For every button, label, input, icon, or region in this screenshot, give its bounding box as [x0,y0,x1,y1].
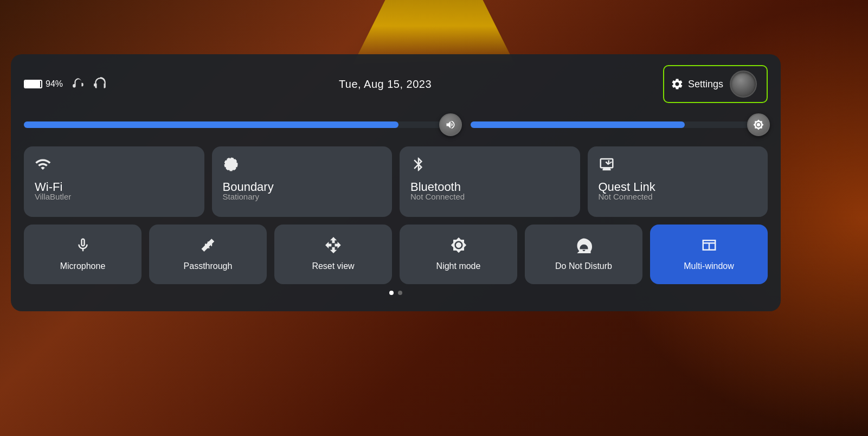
multi-window-icon [701,237,717,255]
volume-fill [24,121,398,128]
settings-gear-icon [671,78,684,91]
do-not-disturb-title: Do Not Disturb [555,261,612,271]
quest-link-icon [599,156,757,175]
battery-icon [24,80,42,88]
microphone-title: Microphone [60,261,106,271]
tile-multi-window[interactable]: Multi-window [650,225,768,284]
bluetooth-icon [410,156,569,175]
microphone-icon [75,237,91,255]
quest-link-subtitle: Not Connected [599,192,757,201]
night-mode-icon [451,237,467,255]
headset-icon-1 [72,77,86,91]
settings-button[interactable]: Settings [663,65,768,103]
night-mode-title: Night mode [436,261,481,271]
status-right: Settings [663,65,768,103]
brightness-fill [471,121,685,128]
top-tiles-grid: Wi-Fi VillaButler Boundary Stationary [24,146,768,217]
headset-icons [72,77,107,91]
tile-bluetooth[interactable]: Bluetooth Not Connected [400,146,580,217]
bluetooth-subtitle: Not Connected [410,192,569,201]
brightness-slider[interactable] [471,113,768,137]
tile-do-not-disturb[interactable]: Do Not Disturb [525,225,642,284]
headset-icon-2 [93,77,107,91]
battery-container: 94% [24,79,63,89]
passthrough-icon [200,237,216,255]
volume-icon [445,119,456,130]
tile-night-mode[interactable]: Night mode [400,225,517,284]
passthrough-title: Passthrough [184,261,233,271]
tile-microphone[interactable]: Microphone [24,225,142,284]
wifi-subtitle: VillaButler [35,192,194,201]
brightness-icon [753,119,764,130]
sliders-row [24,113,768,137]
tile-reset-view[interactable]: Reset view [274,225,392,284]
volume-slider[interactable] [24,113,460,137]
tile-boundary[interactable]: Boundary Stationary [212,146,393,217]
date-display: Tue, Aug 15, 2023 [339,78,432,91]
dot-1[interactable] [389,291,394,295]
boundary-icon [223,156,382,175]
battery-body [24,80,42,88]
status-bar: 94% Tue, Aug 15, 2023 Settings [24,65,768,103]
brightness-thumb[interactable] [747,113,770,136]
pagination-dots [24,291,768,295]
settings-label: Settings [688,79,723,90]
svg-point-0 [224,158,237,171]
battery-fill [25,81,40,87]
battery-percent: 94% [46,79,63,89]
reset-view-icon [325,237,342,255]
volume-track [24,121,460,128]
bottom-tiles-grid: Microphone Passthrough Reset view [24,225,768,284]
status-left: 94% [24,77,107,91]
volume-thumb[interactable] [439,113,462,136]
dot-2[interactable] [398,291,402,295]
reset-view-title: Reset view [312,261,354,271]
tile-quest-link[interactable]: Quest Link Not Connected [588,146,768,217]
brightness-track [471,121,768,128]
quick-settings-panel: 94% Tue, Aug 15, 2023 Settings [11,54,781,311]
boundary-subtitle: Stationary [223,192,382,201]
tile-passthrough[interactable]: Passthrough [149,225,267,284]
settings-knob[interactable] [730,70,757,98]
wifi-icon [35,156,194,175]
do-not-disturb-icon [576,237,592,255]
multi-window-title: Multi-window [684,261,734,271]
tile-wifi[interactable]: Wi-Fi VillaButler [24,146,204,217]
